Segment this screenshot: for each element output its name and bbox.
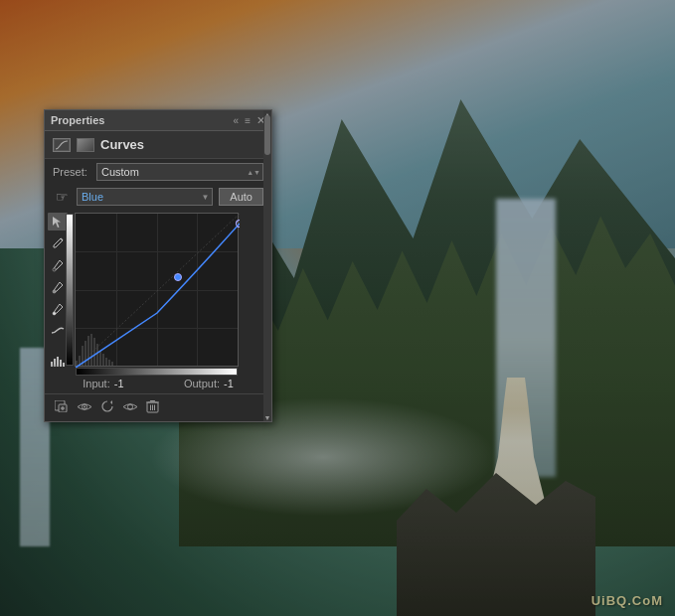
eyedropper-white-tool[interactable] <box>48 300 68 318</box>
curve-graph[interactable] <box>75 213 239 367</box>
svg-rect-9 <box>63 363 65 367</box>
scrollbar-thumb[interactable] <box>264 115 270 155</box>
curves-title: Curves <box>100 137 144 152</box>
pencil-tool[interactable] <box>48 234 68 252</box>
visibility-icon[interactable] <box>77 400 92 415</box>
layer-thumbnail <box>77 138 94 152</box>
preset-select-wrapper: Custom Default Strong Contrast Linear Co… <box>96 163 263 181</box>
spacer-tool <box>48 344 68 348</box>
scroll-arrow-down[interactable]: ▼ <box>263 413 271 421</box>
channel-row: ☞ RGB Red Green Blue Auto <box>45 185 271 209</box>
svg-point-31 <box>84 406 85 408</box>
eyedropper-black-tool[interactable] <box>48 256 68 274</box>
input-value: -1 <box>114 378 124 389</box>
channel-tool-icon: ☞ <box>53 189 71 205</box>
svg-point-32 <box>128 404 133 409</box>
curve-graph-container <box>71 209 267 374</box>
svg-point-25 <box>175 274 182 281</box>
output-value: -1 <box>224 378 234 389</box>
gradient-bar-x <box>76 368 238 376</box>
output-field: Output: -1 <box>184 378 234 389</box>
panel-titlebar: Properties « ≡ ✕ <box>45 110 271 131</box>
panel-title-left: Properties <box>51 114 104 126</box>
finger-icon: ☞ <box>56 189 69 205</box>
panel-menu-icon[interactable]: ≡ <box>245 115 251 126</box>
preset-select[interactable]: Custom Default Strong Contrast Linear Co… <box>96 163 263 181</box>
bottom-toolbar <box>45 393 271 421</box>
svg-point-2 <box>53 268 56 271</box>
collapse-icon[interactable]: « <box>234 115 240 126</box>
channel-select-wrapper: RGB Red Green Blue <box>77 188 213 206</box>
input-field: Input: -1 <box>83 378 123 389</box>
svg-rect-8 <box>60 360 62 367</box>
reset-icon[interactable] <box>100 399 114 416</box>
io-row: Input: -1 Output: -1 <box>45 374 271 393</box>
eyedropper-gray-tool[interactable] <box>48 278 68 296</box>
new-layer-icon[interactable] <box>55 400 69 415</box>
output-label: Output: <box>184 378 220 389</box>
preset-row: Preset: Custom Default Strong Contrast L… <box>45 159 271 185</box>
pointer-tool[interactable] <box>48 213 68 231</box>
delete-icon[interactable] <box>146 399 159 416</box>
gradient-bar-y <box>66 214 74 366</box>
preset-label: Preset: <box>53 166 90 178</box>
svg-line-1 <box>61 238 63 240</box>
channel-select[interactable]: RGB Red Green Blue <box>77 188 213 206</box>
toolbar-left <box>55 399 159 416</box>
svg-point-3 <box>53 290 56 293</box>
curves-area <box>45 209 271 374</box>
svg-line-23 <box>76 214 240 368</box>
svg-point-4 <box>53 312 56 315</box>
view-icon[interactable] <box>122 400 138 415</box>
curves-header: Curves <box>45 131 271 159</box>
curve-svg <box>76 214 240 368</box>
panel-title: Properties <box>51 114 104 126</box>
smooth-curve-tool[interactable] <box>48 322 68 340</box>
watermark: UiBQ.CoM <box>591 593 663 608</box>
properties-panel: Properties « ≡ ✕ Curves Preset: Custom D… <box>44 109 272 422</box>
curves-adjustment-icon <box>53 138 71 152</box>
panel-scrollbar[interactable]: ▲ ▼ <box>263 110 271 421</box>
auto-button[interactable]: Auto <box>219 188 263 206</box>
panel-controls: « ≡ ✕ <box>234 115 265 126</box>
levels-tool[interactable] <box>48 352 68 370</box>
input-label: Input: <box>83 378 110 389</box>
